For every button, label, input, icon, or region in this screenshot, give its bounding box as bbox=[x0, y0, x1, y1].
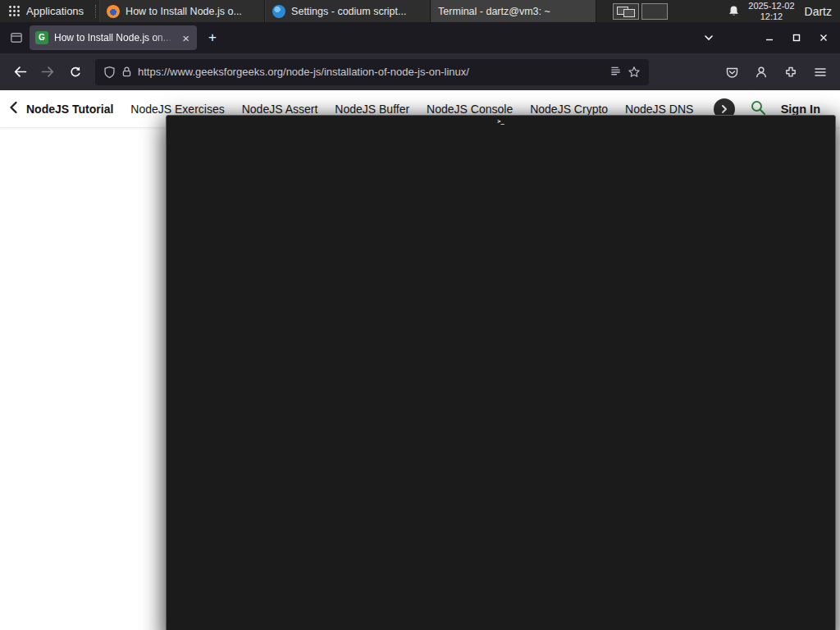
taskbar-window-button[interactable]: How to Install Node.js o... bbox=[99, 0, 265, 22]
firefox-icon bbox=[107, 5, 120, 18]
workspace-1[interactable] bbox=[613, 3, 639, 20]
site-favicon: G bbox=[35, 31, 48, 44]
codium-icon bbox=[272, 5, 285, 18]
pocket-icon[interactable] bbox=[719, 59, 745, 85]
lock-icon[interactable] bbox=[121, 66, 132, 78]
applications-grid-icon bbox=[8, 5, 21, 17]
taskbar-window-title: Settings - codium script... bbox=[291, 6, 406, 17]
page-nav-link[interactable]: NodeJS Tutorial bbox=[26, 103, 113, 116]
workspace-2[interactable] bbox=[641, 3, 668, 20]
tab-list-chevron-icon[interactable] bbox=[696, 26, 721, 49]
browser-tab[interactable]: G How to Install Node.js on... × bbox=[30, 25, 197, 50]
new-tab-button[interactable]: + bbox=[202, 27, 223, 48]
applications-menu-button[interactable]: Applications bbox=[0, 0, 92, 22]
url-bar[interactable]: https://www.geeksforgeeks.org/node-js/in… bbox=[95, 59, 649, 85]
user-menu[interactable]: Dartz bbox=[805, 5, 832, 18]
browser-maximize-button[interactable] bbox=[783, 26, 810, 49]
tab-close-icon[interactable]: × bbox=[180, 31, 191, 45]
applications-label: Applications bbox=[26, 5, 84, 17]
bookmark-star-icon[interactable] bbox=[628, 66, 641, 79]
browser-toolbar: https://www.geeksforgeeks.org/node-js/in… bbox=[0, 53, 840, 90]
reader-view-icon[interactable] bbox=[609, 66, 622, 78]
menu-hamburger-icon[interactable] bbox=[807, 59, 833, 85]
firefox-view-icon[interactable] bbox=[10, 31, 23, 44]
back-button[interactable] bbox=[7, 59, 33, 85]
taskbar-window-title: How to Install Node.js o... bbox=[126, 6, 242, 17]
browser-window-controls bbox=[756, 26, 837, 49]
tab-title: How to Install Node.js on... bbox=[54, 32, 175, 43]
browser-minimize-button[interactable] bbox=[756, 26, 783, 49]
forward-button[interactable] bbox=[34, 59, 61, 85]
page-nav-link[interactable]: NodeJS Assert bbox=[242, 103, 318, 116]
page-nav-link[interactable]: NodeJS Exercises bbox=[130, 103, 224, 116]
extensions-icon[interactable] bbox=[778, 59, 804, 85]
browser-close-button[interactable] bbox=[810, 26, 837, 49]
page-nav-link[interactable]: NodeJS Crypto bbox=[530, 103, 608, 116]
clock[interactable]: 2025-12-02 12:12 bbox=[748, 1, 794, 21]
tab-bar: G How to Install Node.js on... × + bbox=[0, 22, 840, 53]
taskbar-window-button[interactable]: >_Terminal - dartz@vm3: ~ bbox=[431, 0, 596, 22]
url-text[interactable]: https://www.geeksforgeeks.org/node-js/in… bbox=[138, 66, 604, 78]
notification-bell-icon[interactable] bbox=[728, 5, 740, 17]
workspace-pager[interactable] bbox=[613, 3, 668, 20]
toolbar-right-icons bbox=[719, 59, 833, 85]
tracking-shield-icon[interactable] bbox=[103, 66, 116, 79]
page-nav-link[interactable]: NodeJS Buffer bbox=[335, 103, 409, 116]
taskbar-window-title: Terminal - dartz@vm3: ~ bbox=[438, 6, 550, 17]
page-nav-links: NodeJS TutorialNodeJS ExercisesNodeJS As… bbox=[26, 103, 705, 116]
chevron-left-icon[interactable] bbox=[8, 101, 20, 117]
clock-time: 12:12 bbox=[748, 11, 794, 22]
taskbar-separator bbox=[95, 5, 96, 18]
reload-button[interactable] bbox=[62, 59, 89, 85]
clock-date: 2025-12-02 bbox=[748, 1, 794, 11]
account-icon[interactable] bbox=[748, 59, 774, 85]
page-nav-link[interactable]: NodeJS Console bbox=[427, 103, 513, 116]
taskbar-window-button[interactable]: Settings - codium script... bbox=[265, 0, 431, 22]
taskbar: Applications How to Install Node.js o...… bbox=[0, 0, 840, 22]
desktop: Applications How to Install Node.js o...… bbox=[0, 0, 840, 630]
taskbar-windows: How to Install Node.js o...Settings - co… bbox=[99, 0, 596, 22]
sign-in-button[interactable]: Sign In bbox=[781, 103, 832, 116]
page-nav-link[interactable]: NodeJS DNS bbox=[625, 103, 693, 116]
